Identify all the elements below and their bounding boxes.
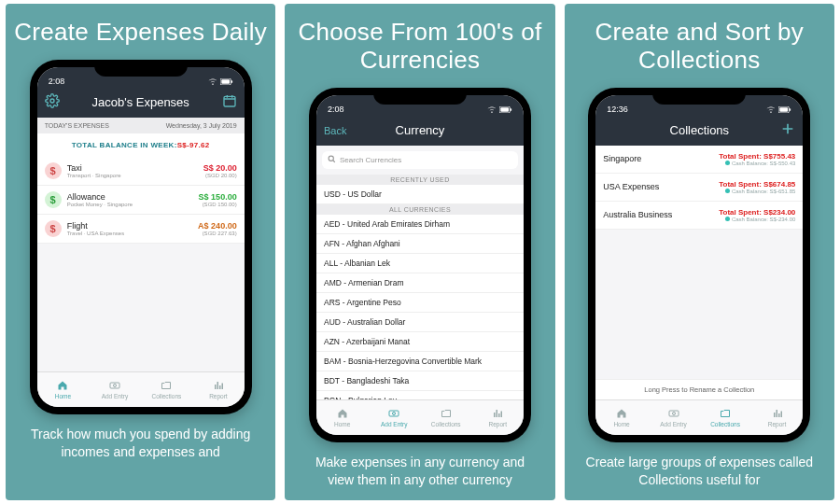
notch — [652, 88, 746, 105]
status-icons — [208, 78, 233, 86]
svg-point-6 — [113, 384, 116, 386]
home-icon — [336, 408, 349, 420]
currency-row[interactable]: BAM - Bosnia-Herzegovina Convertible Mar… — [316, 352, 524, 371]
collection-cash: Cash Balance: S$-651.85 — [719, 189, 795, 194]
svg-rect-9 — [511, 108, 511, 111]
collection-cash: Cash Balance: S$-550.43 — [719, 161, 795, 166]
panel-currency: Choose From 100's of Currencies 2:08 Bac… — [285, 4, 554, 500]
tab-bar: HomeAdd EntryCollectionsReport — [595, 399, 803, 435]
currency-row[interactable]: BDT - Bangladeshi Taka — [316, 371, 524, 391]
tab-report[interactable]: Report — [471, 400, 524, 435]
home-icon — [56, 380, 69, 392]
currency-row[interactable]: ARS - Argentine Peso — [316, 293, 524, 313]
app-header: Back Currency — [316, 116, 524, 146]
currency-row[interactable]: AMD - Armenian Dram — [316, 273, 524, 293]
battery-icon — [220, 78, 233, 85]
currency-row[interactable]: USD - US Dollar — [316, 185, 524, 204]
dollar-icon: $ — [45, 220, 62, 237]
currency-row[interactable]: BGN - Bulgarian Lev — [316, 391, 524, 399]
collection-total: Total Spent: S$674.85 — [719, 180, 795, 189]
status-icons — [766, 106, 791, 114]
phone-frame: 2:08 Back Currency Search Currencies RE — [309, 88, 531, 442]
screen-body: Search Currencies RECENTLY USED USD - US… — [316, 146, 524, 399]
collection-name: Singapore — [603, 154, 719, 163]
section-all: ALL CURRENCIES — [316, 204, 524, 215]
currency-row[interactable]: AFN - Afghan Afghani — [316, 234, 524, 254]
tab-label: Collections — [431, 421, 461, 427]
tab-collections[interactable]: Collections — [141, 372, 193, 407]
add-collection-icon[interactable] — [780, 121, 795, 139]
tab-add-entry[interactable]: Add Entry — [648, 400, 700, 435]
currency-row[interactable]: AUD - Australian Dollar — [316, 313, 524, 332]
collection-row[interactable]: Singapore Total Spent: S$755.43 Cash Bal… — [595, 146, 803, 174]
clock: 12:36 — [607, 105, 628, 114]
tab-label: Report — [768, 421, 787, 427]
balance-value: S$-97.62 — [177, 141, 210, 149]
tab-home[interactable]: Home — [595, 400, 648, 435]
svg-rect-16 — [669, 411, 679, 416]
balance-label: TOTAL BALANCE IN WEEK: — [72, 141, 177, 149]
tab-label: Add Entry — [660, 421, 687, 427]
tab-add-entry[interactable]: Add Entry — [89, 372, 141, 407]
add-entry-icon — [387, 408, 400, 420]
status-dot-icon — [725, 217, 730, 221]
add-entry-icon — [108, 380, 121, 392]
wifi-icon — [208, 78, 217, 86]
currency-row[interactable]: AZN - Azerbaijani Manat — [316, 332, 524, 352]
tab-collections[interactable]: Collections — [420, 400, 472, 435]
clock: 2:08 — [49, 77, 65, 86]
app-header: Collections — [595, 116, 803, 146]
section-recent: RECENTLY USED — [316, 175, 524, 185]
report-icon — [771, 408, 784, 420]
phone-frame: 2:08 Jacob's Expenses TODAY'S EXPENSES W… — [30, 60, 252, 414]
tab-home[interactable]: Home — [316, 400, 369, 435]
svg-point-17 — [672, 412, 675, 414]
calendar-icon[interactable] — [222, 93, 237, 111]
svg-rect-1 — [221, 80, 230, 84]
today-label: TODAY'S EXPENSES — [45, 122, 109, 129]
status-dot-icon — [725, 161, 730, 165]
search-input[interactable]: Search Currencies — [322, 151, 518, 169]
currency-row[interactable]: AED - United Arab Emirates Dirham — [316, 215, 524, 234]
expense-subtitle: Pocket Money · Singapore — [67, 202, 199, 207]
collection-cash: Cash Balance: S$-234.00 — [719, 217, 795, 222]
tab-label: Home — [55, 393, 71, 399]
svg-rect-4 — [224, 97, 235, 107]
tab-label: Add Entry — [102, 393, 129, 399]
screen-body: TODAY'S EXPENSES Wednesday, 3 July 2019 … — [37, 118, 245, 371]
tab-report[interactable]: Report — [751, 400, 804, 435]
collections-icon — [719, 408, 732, 420]
date-subbar: TODAY'S EXPENSES Wednesday, 3 July 2019 — [37, 118, 245, 133]
report-icon — [212, 380, 225, 392]
currency-row[interactable]: ALL - Albanian Lek — [316, 254, 524, 273]
collection-row[interactable]: USA Expenses Total Spent: S$674.85 Cash … — [595, 174, 803, 202]
collection-row[interactable]: Australia Business Total Spent: S$234.00… — [595, 202, 803, 230]
svg-point-10 — [329, 156, 333, 161]
expense-row[interactable]: $ TaxiTransport · Singapore S$ 20.00(SGD… — [37, 157, 245, 186]
svg-rect-5 — [110, 383, 119, 388]
expense-title: Flight — [67, 221, 198, 231]
tab-add-entry[interactable]: Add Entry — [368, 400, 420, 435]
expense-amount: S$ 20.00 — [203, 163, 237, 173]
svg-rect-11 — [389, 411, 399, 416]
tab-home[interactable]: Home — [37, 372, 90, 407]
tab-label: Add Entry — [381, 421, 408, 427]
panel-collections: Create and Sort by Collections 12:36 Col… — [565, 4, 834, 500]
expense-subtitle: Travel · USA Expenses — [67, 231, 198, 236]
settings-icon[interactable] — [45, 93, 60, 111]
notch — [94, 60, 188, 77]
tab-label: Home — [334, 421, 350, 427]
notch — [373, 88, 467, 105]
clock: 2:08 — [328, 105, 344, 114]
expense-row[interactable]: $ FlightTravel · USA Expenses A$ 240.00(… — [37, 215, 245, 244]
add-entry-icon — [667, 408, 680, 420]
wifi-icon — [487, 106, 497, 114]
tab-collections[interactable]: Collections — [699, 400, 751, 435]
battery-icon — [778, 106, 791, 113]
header-title: Collections — [670, 123, 730, 137]
back-button[interactable]: Back — [324, 125, 346, 136]
expense-converted: (SGD 20.00) — [203, 173, 237, 178]
expense-row[interactable]: $ AllowancePocket Money · Singapore S$ 1… — [37, 186, 245, 215]
currency-recent-list: USD - US Dollar — [316, 185, 524, 204]
tab-report[interactable]: Report — [192, 372, 245, 407]
